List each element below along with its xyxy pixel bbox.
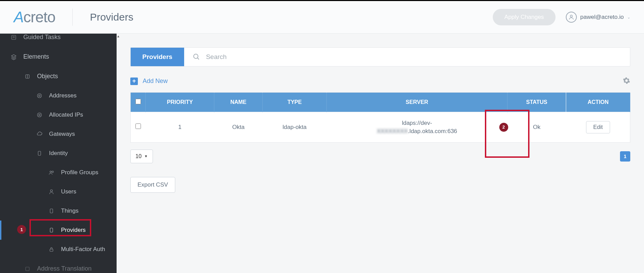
th-type[interactable]: TYPE [263,93,326,112]
logo-separator [72,9,73,26]
sidebar-item-mfa[interactable]: Multi-Factor Auth [0,240,117,259]
sidebar-label: Profile Groups [61,169,98,176]
sidebar-label: Providers [61,227,86,234]
sidebar-item-address-translation[interactable]: Address Translation [0,259,117,273]
target-icon [36,92,43,99]
layers-icon [10,54,17,60]
device-icon [36,150,43,157]
logo-accent: A [14,9,23,26]
page-title: Providers [90,11,133,23]
sidebar-item-identity[interactable]: Identity [0,144,117,163]
main-panel: ▲ Providers + Add New [117,34,644,273]
add-new-button[interactable]: + Add New [130,78,168,85]
lock-icon [48,246,55,253]
sidebar-item-profile-groups[interactable]: Profile Groups [0,163,117,182]
sidebar-item-objects[interactable]: Objects [0,67,117,86]
table-row: 1 Okta ldap-okta ldaps://dev- XXXXXXXX.l… [131,112,630,143]
sidebar-item-users[interactable]: Users [0,182,117,201]
scroll-up-icon[interactable]: ▲ [117,34,120,38]
search-wrap [184,48,630,66]
device-icon [48,207,55,214]
th-action[interactable]: ACTION [566,93,630,112]
svg-point-15 [193,54,198,58]
page-size-value: 10 [135,153,142,159]
svg-point-5 [37,113,41,117]
sidebar-label: Objects [37,73,58,80]
cloud-icon [36,131,43,138]
svg-rect-13 [50,249,53,251]
sidebar-label: Address Translation [37,265,92,272]
page-number[interactable]: 1 [620,151,630,162]
th-server[interactable]: SERVER [326,93,507,112]
box-icon [24,73,31,80]
sidebar-label: Identity [49,150,68,157]
svg-rect-14 [26,267,29,271]
sidebar-label: Gateways [49,131,75,138]
header: Acreto Providers Apply Changes pawel@acr… [0,1,644,34]
sidebar-label: Addresses [49,92,76,99]
sidebar-item-guided-tasks[interactable]: Guided Tasks [0,34,117,47]
chevron-down-icon: ⌄ [627,15,630,20]
svg-point-10 [50,190,52,192]
annotation-callout-2: 2 [499,123,508,132]
user-menu[interactable]: pawel@acreto.io ⌄ [566,12,630,23]
add-new-label: Add New [143,78,168,85]
caret-down-icon: ▼ [144,154,148,158]
th-status[interactable]: STATUS [508,93,566,112]
users-icon [48,169,55,176]
sidebar-label: Allocated IPs [49,111,83,118]
search-icon [192,53,200,61]
sidebar: Guided Tasks Elements Objects Addresses … [0,34,117,273]
sidebar-label: Elements [23,53,49,60]
sidebar-label: Multi-Factor Auth [61,246,105,253]
svg-rect-12 [50,228,53,232]
cell-status: Ok [508,112,566,143]
th-name[interactable]: NAME [214,93,263,112]
list-icon [10,34,17,41]
box-icon [24,265,31,272]
sidebar-item-allocated-ips[interactable]: Allocated IPs [0,105,117,124]
target-icon [36,111,43,118]
settings-gear-button[interactable] [623,77,630,85]
sidebar-item-gateways[interactable]: Gateways [0,124,117,144]
sidebar-item-addresses[interactable]: Addresses [0,86,117,105]
providers-table: PRIORITY NAME TYPE SERVER STATUS ACTION … [130,92,630,143]
page-size-dropdown[interactable]: 10 ▼ [130,150,153,163]
svg-rect-11 [50,209,53,213]
svg-point-4 [39,95,40,97]
cell-type: ldap-okta [263,112,326,143]
search-input[interactable] [206,53,622,61]
svg-point-8 [50,171,52,173]
apply-changes-button[interactable]: Apply Changes [493,9,556,25]
sidebar-item-things[interactable]: Things [0,201,117,221]
svg-point-3 [37,94,41,98]
logo[interactable]: Acreto [14,9,55,26]
sidebar-label: Guided Tasks [23,34,61,41]
plus-icon: + [130,78,138,85]
sidebar-label: Users [61,188,76,195]
server-pre: ldaps://dev- [402,120,432,126]
user-icon [48,188,55,195]
tab-search-row: Providers [130,47,630,67]
cell-server: ldaps://dev- XXXXXXXX.ldap.okta.com:636 … [326,112,507,143]
th-priority[interactable]: PRIORITY [146,93,214,112]
logo-text: creto [23,9,55,26]
row-select-checkbox[interactable] [135,123,141,129]
select-all-checkbox[interactable] [135,99,141,104]
svg-rect-1 [12,35,16,39]
th-select [131,93,146,112]
user-email: pawel@acreto.io [580,14,624,21]
edit-button[interactable]: Edit [586,121,610,133]
svg-point-6 [39,114,40,116]
server-blur: XXXXXXXX [377,127,408,135]
annotation-callout-1: 1 [17,225,26,234]
sidebar-label: Things [61,207,79,214]
svg-point-9 [52,171,54,173]
export-csv-button[interactable]: Export CSV [130,177,175,193]
tab-providers[interactable]: Providers [131,48,184,66]
sidebar-item-elements[interactable]: Elements [0,47,117,67]
svg-rect-7 [38,151,41,155]
server-post: .ldap.okta.com:636 [408,128,457,134]
device-icon [48,227,55,234]
cell-priority: 1 [146,112,214,143]
